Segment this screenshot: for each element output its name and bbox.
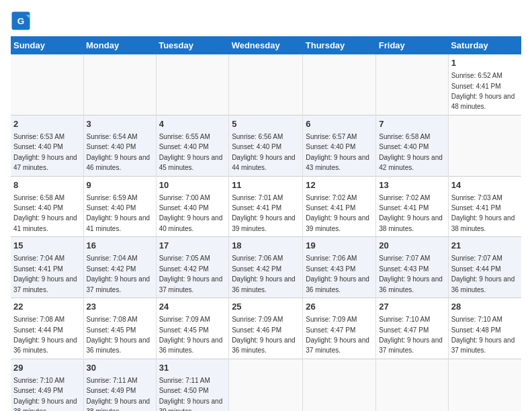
- table-row: 21Sunrise: 7:07 AMSunset: 4:44 PMDayligh…: [448, 237, 521, 298]
- table-row: 27Sunrise: 7:10 AMSunset: 4:47 PMDayligh…: [376, 298, 448, 359]
- empty-cell: [83, 54, 156, 115]
- table-row: [229, 359, 303, 411]
- table-row: [448, 115, 521, 176]
- table-row: 25Sunrise: 7:09 AMSunset: 4:46 PMDayligh…: [229, 298, 303, 359]
- empty-cell: [11, 54, 83, 115]
- calendar-table: SundayMondayTuesdayWednesdayThursdayFrid…: [11, 36, 521, 411]
- empty-cell: [376, 54, 448, 115]
- table-row: 24Sunrise: 7:09 AMSunset: 4:45 PMDayligh…: [156, 298, 228, 359]
- table-row: 12Sunrise: 7:02 AMSunset: 4:41 PMDayligh…: [303, 176, 376, 237]
- day-header-monday: Monday: [83, 36, 156, 54]
- day-header-tuesday: Tuesday: [156, 36, 228, 54]
- empty-cell: [229, 54, 303, 115]
- svg-text:G: G: [17, 16, 25, 26]
- table-row: 23Sunrise: 7:08 AMSunset: 4:45 PMDayligh…: [83, 298, 156, 359]
- calendar-body: 1Sunrise: 6:52 AMSunset: 4:41 PMDaylight…: [11, 54, 521, 411]
- logo: G: [11, 11, 32, 31]
- empty-cell: [303, 54, 376, 115]
- day-header-friday: Friday: [376, 36, 448, 54]
- table-row: 14Sunrise: 7:03 AMSunset: 4:41 PMDayligh…: [448, 176, 521, 237]
- table-row: [303, 359, 376, 411]
- table-row: 5Sunrise: 6:56 AMSunset: 4:40 PMDaylight…: [229, 115, 303, 176]
- empty-cell: [156, 54, 228, 115]
- table-row: 10Sunrise: 7:00 AMSunset: 4:40 PMDayligh…: [156, 176, 228, 237]
- table-row: 30Sunrise: 7:11 AMSunset: 4:49 PMDayligh…: [83, 359, 156, 411]
- header: G: [11, 11, 521, 31]
- table-row: 7Sunrise: 6:58 AMSunset: 4:40 PMDaylight…: [376, 115, 448, 176]
- table-row: 19Sunrise: 7:06 AMSunset: 4:43 PMDayligh…: [303, 237, 376, 298]
- table-row: 26Sunrise: 7:09 AMSunset: 4:47 PMDayligh…: [303, 298, 376, 359]
- calendar-container: G SundayMondayTuesdayWednesdayThursdayFr…: [0, 0, 532, 411]
- table-row: 18Sunrise: 7:06 AMSunset: 4:42 PMDayligh…: [229, 237, 303, 298]
- day-header-saturday: Saturday: [448, 36, 521, 54]
- table-row: 6Sunrise: 6:57 AMSunset: 4:40 PMDaylight…: [303, 115, 376, 176]
- calendar-header: SundayMondayTuesdayWednesdayThursdayFrid…: [11, 36, 521, 54]
- table-row: 22Sunrise: 7:08 AMSunset: 4:44 PMDayligh…: [11, 298, 83, 359]
- table-row: 28Sunrise: 7:10 AMSunset: 4:48 PMDayligh…: [448, 298, 521, 359]
- table-row: 29Sunrise: 7:10 AMSunset: 4:49 PMDayligh…: [11, 359, 83, 411]
- table-row: 3Sunrise: 6:54 AMSunset: 4:40 PMDaylight…: [83, 115, 156, 176]
- table-row: 20Sunrise: 7:07 AMSunset: 4:43 PMDayligh…: [376, 237, 448, 298]
- table-row: 31Sunrise: 7:11 AMSunset: 4:50 PMDayligh…: [156, 359, 228, 411]
- table-row: 4Sunrise: 6:55 AMSunset: 4:40 PMDaylight…: [156, 115, 228, 176]
- day-header-wednesday: Wednesday: [229, 36, 303, 54]
- table-row: 11Sunrise: 7:01 AMSunset: 4:41 PMDayligh…: [229, 176, 303, 237]
- table-row: 16Sunrise: 7:04 AMSunset: 4:42 PMDayligh…: [83, 237, 156, 298]
- table-row: 17Sunrise: 7:05 AMSunset: 4:42 PMDayligh…: [156, 237, 228, 298]
- table-row: 2Sunrise: 6:53 AMSunset: 4:40 PMDaylight…: [11, 115, 83, 176]
- table-row: [376, 359, 448, 411]
- table-row: 15Sunrise: 7:04 AMSunset: 4:41 PMDayligh…: [11, 237, 83, 298]
- logo-icon: G: [11, 11, 31, 31]
- table-row: [448, 359, 521, 411]
- table-row: 8Sunrise: 6:58 AMSunset: 4:40 PMDaylight…: [11, 176, 83, 237]
- table-row: 1Sunrise: 6:52 AMSunset: 4:41 PMDaylight…: [448, 54, 521, 115]
- day-header-thursday: Thursday: [303, 36, 376, 54]
- table-row: 13Sunrise: 7:02 AMSunset: 4:41 PMDayligh…: [376, 176, 448, 237]
- day-header-sunday: Sunday: [11, 36, 83, 54]
- table-row: 9Sunrise: 6:59 AMSunset: 4:40 PMDaylight…: [83, 176, 156, 237]
- header-row: SundayMondayTuesdayWednesdayThursdayFrid…: [11, 36, 521, 54]
